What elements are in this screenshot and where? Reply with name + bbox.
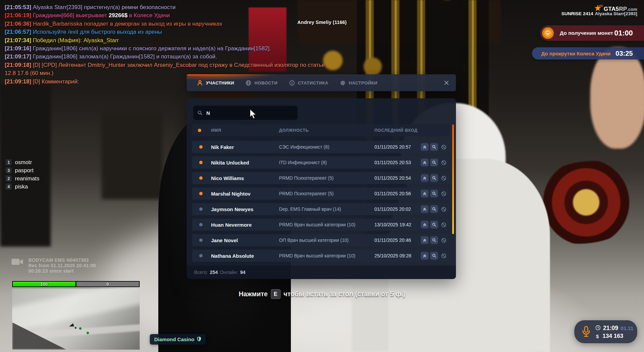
tab-settings-label: НАСТРОЙКИ (349, 80, 377, 85)
member-name: Nik Faker (211, 144, 234, 150)
member-role: ОП Врач высшей категории (10) (279, 238, 349, 243)
online-status-dot (199, 238, 203, 242)
inspect-button[interactable] (430, 236, 438, 244)
health-bar: 100 (13, 282, 75, 286)
person-icon (197, 80, 203, 86)
chat-log: [21:05:53] Alyaska Starr[2393] пристегну… (5, 3, 327, 86)
bodycam-overlay: BODYCAM EMS N0457383 Rec from 01.11.2025… (12, 258, 96, 274)
prompt-prefix: Нажмите (239, 290, 268, 298)
promote-button[interactable] (421, 221, 429, 229)
block-button[interactable] (440, 252, 447, 260)
keybind-number: 1 (5, 159, 12, 166)
camera-icon (12, 258, 24, 267)
online-status-dot (198, 129, 201, 132)
inspect-button[interactable] (430, 221, 438, 229)
table-row[interactable]: Jane Novel ОП Врач высшей категории (10)… (192, 234, 450, 246)
chat-message: [21:07:34] Победил (Мафия): Alyaska_Star… (5, 36, 327, 45)
promote-button[interactable] (421, 190, 429, 198)
table-row[interactable]: Huan Nevermore PRMD Врач высшей категори… (192, 219, 450, 231)
block-button[interactable] (440, 174, 447, 182)
search-box[interactable] (193, 106, 298, 120)
promote-button[interactable] (421, 205, 429, 213)
mouse-cursor (249, 109, 257, 121)
keybind-label: piska (15, 183, 28, 190)
wheel-timer-label: До прокрутки Колеса Удачи (541, 51, 611, 56)
member-last-login: 01/11/2025 20:02 (374, 206, 411, 212)
member-last-login: 01/11/2025 20:46 (374, 237, 411, 243)
table-header: ИМЯ ДОЛЖНОСТЬ ПОСЛЕДНИЙ ВХОД (192, 124, 450, 136)
keybind-item: 2reanimats (5, 175, 39, 182)
inspect-button[interactable] (430, 174, 438, 182)
table-row[interactable]: Nik Faker СЭС Инфекционист (8) 01/11/202… (192, 141, 450, 153)
keybind-label: osmotr (15, 159, 32, 166)
online-label: Онлайн: (220, 270, 238, 275)
block-button[interactable] (440, 205, 447, 213)
table-row[interactable]: Marshal Nightov PRMD Психотерапевт (5) 0… (192, 187, 450, 200)
inspect-button[interactable] (430, 252, 438, 260)
tab-settings[interactable]: НАСТРОЙКИ (340, 80, 377, 86)
info-icon (289, 80, 295, 86)
member-name: Nathana Absolute (211, 253, 254, 259)
block-button[interactable] (440, 236, 447, 244)
tab-statistics[interactable]: СТАТИСТИКА (289, 80, 328, 86)
zone-label: Diamond Casino (150, 334, 206, 345)
armor-value: 0 (107, 282, 109, 287)
table-row[interactable]: Jaymson Newyes Dep. EMS Главный врач (14… (192, 203, 450, 215)
armor-bar: 0 (76, 282, 139, 286)
coin-timer-label: До получения монет (560, 30, 613, 36)
minimap (12, 289, 140, 350)
promote-button[interactable] (421, 159, 429, 167)
members-panel-header: УЧАСТНИКИ НОВОСТИ СТАТИСТИКА НАСТРОЙКИ (187, 74, 456, 91)
tab-news[interactable]: НОВОСТИ (246, 80, 277, 86)
keybind-list: 1osmotr3pasport2reanimats4piska (5, 159, 39, 192)
wheel-timer-value: 03:25 (616, 50, 633, 57)
chat-message: [21:06:57] Используйте /exit для быстрог… (5, 28, 327, 36)
inspect-button[interactable] (430, 143, 438, 151)
clock-date: 01.11 (621, 325, 634, 331)
block-button[interactable] (440, 221, 447, 229)
tab-members[interactable]: УЧАСТНИКИ (197, 80, 234, 86)
block-button[interactable] (440, 159, 447, 167)
wheel-timer-banner: До прокрутки Колеса Удачи 03:25 (532, 47, 644, 59)
members-rows: Nik Faker СЭС Инфекционист (8) 01/11/202… (187, 141, 456, 265)
block-button[interactable] (440, 190, 447, 198)
online-status-dot (199, 161, 203, 164)
member-name: Jaymson Newyes (211, 206, 253, 212)
close-icon[interactable] (442, 79, 451, 87)
tab-members-label: УЧАСТНИКИ (206, 80, 234, 85)
online-status-dot (199, 145, 203, 149)
keybind-item: 1osmotr (5, 159, 39, 166)
member-name: Nico Williams (211, 175, 244, 181)
table-row[interactable]: Nikita Unlucked ITD Инфекционист (8) 01/… (192, 156, 450, 169)
keybind-number: 3 (5, 167, 12, 174)
promote-button[interactable] (421, 174, 429, 182)
currency-symbol: $ (596, 333, 599, 339)
member-role: СЭС Инфекционист (8) (279, 145, 329, 150)
member-name: Huan Nevermore (211, 222, 252, 228)
online-status-dot (199, 207, 203, 211)
server-name: SUNRISE 2414 (561, 11, 593, 16)
keybind-number: 4 (5, 183, 12, 190)
money-panel: 21:09 01.11 $ 134 163 (574, 320, 637, 343)
online-value: 94 (240, 270, 246, 275)
coin-timer-banner: До получения монет 01:00 (540, 25, 644, 41)
table-row[interactable]: Nathana Absolute PRMD Врач высшей катего… (192, 250, 450, 262)
members-footer: Всего: 254 Онлайн: 94 (187, 266, 456, 279)
inspect-button[interactable] (430, 159, 438, 167)
online-status-dot (199, 192, 203, 195)
keybind-label: pasport (15, 167, 33, 174)
globe-icon (246, 80, 251, 86)
clock-icon (595, 325, 601, 332)
promote-button[interactable] (421, 236, 429, 244)
member-last-login: 25/10/2025 09:28 (374, 253, 411, 258)
search-icon (197, 110, 203, 116)
block-button[interactable] (440, 143, 447, 151)
promote-button[interactable] (421, 252, 429, 260)
clock-time: 21:09 (603, 325, 618, 332)
inspect-button[interactable] (430, 205, 438, 213)
scrollbar[interactable] (452, 124, 454, 234)
member-role: ITD Инфекционист (8) (279, 160, 327, 165)
table-row[interactable]: Nico Williams PRMD Психотерапевт (5) 01/… (192, 172, 450, 184)
inspect-button[interactable] (430, 190, 438, 198)
promote-button[interactable] (421, 143, 429, 151)
